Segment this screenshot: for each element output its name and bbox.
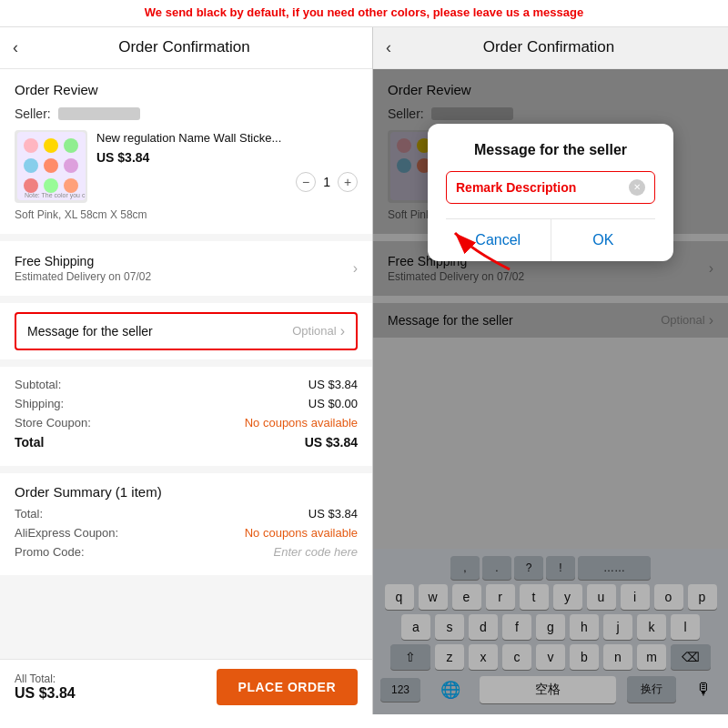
dialog-input-text: Remark Description xyxy=(456,180,629,195)
left-all-total-label: All Total: xyxy=(15,672,76,685)
left-message-label: Message for the seller xyxy=(27,324,153,339)
left-totals: Subtotal: US $3.84 Shipping: US $0.00 St… xyxy=(0,367,372,466)
dialog-overlay: Message for the seller Remark Descriptio… xyxy=(373,69,728,714)
left-shipping-cost-value: US $0.00 xyxy=(308,397,358,410)
right-back-arrow[interactable]: ‹ xyxy=(386,38,391,57)
left-s-total-row: Total: US $3.84 xyxy=(15,507,358,521)
left-coupon-row: Store Coupon: No coupons available xyxy=(15,416,358,430)
left-ali-coupon-row: AliExpress Coupon: No coupons available xyxy=(15,526,358,540)
svg-point-5 xyxy=(44,158,58,173)
left-seller-row: Seller: xyxy=(15,106,358,121)
svg-point-8 xyxy=(44,178,58,193)
left-summary: Order Summary (1 item) Total: US $3.84 A… xyxy=(0,473,372,575)
dialog-title: Message for the seller xyxy=(446,142,655,158)
banner-text: We send black by default, if you need ot… xyxy=(9,5,719,21)
svg-point-2 xyxy=(44,138,58,153)
left-panel: ‹ Order Confirmation Order Review Seller… xyxy=(0,27,373,714)
left-shipping-card: Free Shipping Estimated Delivery on 07/0… xyxy=(0,241,372,296)
left-s-total-value: US $3.84 xyxy=(308,507,358,521)
left-header: ‹ Order Confirmation xyxy=(0,27,372,69)
left-total-label: Total xyxy=(15,435,44,450)
right-header: ‹ Order Confirmation xyxy=(373,27,728,69)
left-seller-name xyxy=(58,107,140,120)
left-promo-value: Enter code here xyxy=(273,545,358,559)
left-order-review-card: Order Review Seller: xyxy=(0,69,372,234)
left-qty-value: 1 xyxy=(323,175,330,189)
svg-point-7 xyxy=(24,178,38,193)
left-product-info: New regulation Name Wall Sticke... US $3… xyxy=(96,130,358,192)
left-back-arrow[interactable]: ‹ xyxy=(13,38,18,57)
left-product-image: Note: The color you choose is xyxy=(15,130,87,203)
left-place-order-button[interactable]: PLACE ORDER xyxy=(217,669,358,705)
left-ali-coupon-label: AliExpress Coupon: xyxy=(15,526,118,540)
left-order-review-title: Order Review xyxy=(15,82,358,97)
left-ali-coupon-value: No coupons available xyxy=(245,526,358,540)
left-message-optional: Optional xyxy=(292,324,336,338)
left-product-price: US $3.84 xyxy=(96,150,358,165)
left-shipping-est: Estimated Delivery on 07/02 xyxy=(15,270,151,283)
red-arrow xyxy=(428,224,519,282)
left-shipping-cost-label: Shipping: xyxy=(15,397,64,410)
left-shipping-info: Free Shipping Estimated Delivery on 07/0… xyxy=(15,254,151,283)
left-promo-row: Promo Code: Enter code here xyxy=(15,545,358,559)
left-subtotal-label: Subtotal: xyxy=(15,378,61,391)
svg-point-3 xyxy=(64,138,78,153)
left-s-total-label: Total: xyxy=(15,507,43,521)
left-qty-control: − 1 + xyxy=(96,172,358,192)
left-shipping-cost-row: Shipping: US $0.00 xyxy=(15,397,358,410)
left-bottom-bar: All Total: US $3.84 PLACE ORDER xyxy=(0,659,372,714)
left-panel-title: Order Confirmation xyxy=(27,38,341,56)
dialog-clear-button[interactable]: ✕ xyxy=(629,179,645,196)
left-message-chevron: › xyxy=(340,323,345,339)
svg-point-6 xyxy=(64,158,78,173)
left-coupon-value: No coupons available xyxy=(245,416,358,430)
left-promo-label: Promo Code: xyxy=(15,545,85,559)
left-subtotal-row: Subtotal: US $3.84 xyxy=(15,378,358,391)
left-total-value: US $3.84 xyxy=(305,435,358,450)
left-shipping-title: Free Shipping xyxy=(15,254,151,268)
left-qty-plus[interactable]: + xyxy=(338,172,358,192)
svg-point-4 xyxy=(24,158,38,173)
left-message-card: Message for the seller Optional › xyxy=(0,303,372,359)
left-seller-label: Seller: xyxy=(15,106,51,121)
svg-text:Note: The color you choose is: Note: The color you choose is xyxy=(25,192,86,199)
left-all-total-amount: US $3.84 xyxy=(15,685,76,702)
left-panel-body: Order Review Seller: xyxy=(0,69,372,659)
right-panel-body: Order Review Seller: xyxy=(373,69,728,714)
right-panel: ‹ Order Confirmation Order Review Seller… xyxy=(373,27,728,714)
left-shipping-chevron: › xyxy=(353,260,358,277)
svg-point-1 xyxy=(24,138,38,153)
dialog-ok-button[interactable]: OK xyxy=(551,219,656,261)
left-coupon-label: Store Coupon: xyxy=(15,416,91,430)
dialog-input-row[interactable]: Remark Description ✕ xyxy=(446,171,655,204)
left-subtotal-value: US $3.84 xyxy=(308,378,358,391)
left-total-row: Total US $3.84 xyxy=(15,435,358,450)
left-shipping-row: Free Shipping Estimated Delivery on 07/0… xyxy=(15,254,358,283)
left-product-name: New regulation Name Wall Sticke... xyxy=(96,130,358,147)
top-banner: We send black by default, if you need ot… xyxy=(0,0,728,27)
left-summary-title: Order Summary (1 item) xyxy=(15,484,358,500)
left-qty-minus[interactable]: − xyxy=(296,172,316,192)
left-all-total: All Total: US $3.84 xyxy=(15,672,76,702)
left-message-row[interactable]: Message for the seller Optional › xyxy=(15,312,358,350)
svg-point-9 xyxy=(64,178,78,193)
right-panel-title: Order Confirmation xyxy=(400,38,697,56)
left-product-row: Note: The color you choose is New regula… xyxy=(15,130,358,203)
left-variant: Soft Pink, XL 58cm X 58cm xyxy=(15,208,358,221)
